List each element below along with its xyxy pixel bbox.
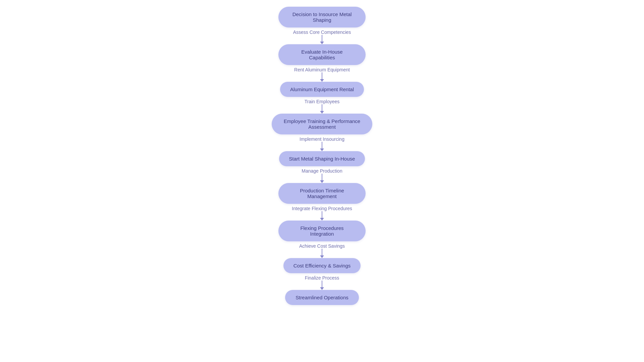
connector-label-1: Assess Core Competencies bbox=[293, 29, 351, 35]
arrow-head-8 bbox=[320, 287, 324, 290]
arrow-line-1 bbox=[322, 35, 322, 42]
arrow-8 bbox=[320, 281, 324, 290]
connector-label-2: Rent Aluminum Equipment bbox=[294, 67, 350, 72]
arrow-2 bbox=[320, 72, 324, 82]
arrow-line-6 bbox=[322, 211, 322, 218]
arrow-7 bbox=[320, 249, 324, 258]
arrow-line-3 bbox=[322, 104, 322, 111]
step-group-4: Employee Training & Performance Assessme… bbox=[272, 114, 372, 151]
step-group-3: Aluminum Equipment Rental Train Employee… bbox=[280, 82, 364, 114]
diagram-container: Decision to Insource Metal Shaping Asses… bbox=[0, 0, 644, 318]
node-employee-training[interactable]: Employee Training & Performance Assessme… bbox=[272, 114, 372, 134]
arrow-6 bbox=[320, 211, 324, 221]
arrow-4 bbox=[320, 142, 324, 151]
connector-label-3: Train Employees bbox=[305, 99, 340, 104]
connector-label-5: Manage Production bbox=[302, 168, 342, 174]
arrow-line-2 bbox=[322, 72, 322, 79]
arrow-head-4 bbox=[320, 148, 324, 151]
arrow-head-2 bbox=[320, 79, 324, 82]
node-streamlined-operations[interactable]: Streamlined Operations bbox=[285, 290, 359, 305]
node-start-metal-shaping[interactable]: Start Metal Shaping In-House bbox=[279, 151, 365, 166]
connector-label-7: Achieve Cost Savings bbox=[299, 243, 345, 249]
step-group-7: Flexing Procedures Integration Achieve C… bbox=[278, 221, 366, 258]
arrow-head-1 bbox=[320, 42, 324, 44]
node-flexing-procedures[interactable]: Flexing Procedures Integration bbox=[278, 221, 366, 241]
node-production-timeline[interactable]: Production Timeline Management bbox=[278, 183, 366, 204]
arrow-head-5 bbox=[320, 180, 324, 183]
step-group-9: Streamlined Operations bbox=[285, 290, 359, 305]
arrow-1 bbox=[320, 35, 324, 44]
arrow-line-5 bbox=[322, 174, 322, 180]
step-group-5: Start Metal Shaping In-House Manage Prod… bbox=[279, 151, 365, 183]
node-cost-efficiency[interactable]: Cost Efficiency & Savings bbox=[283, 258, 361, 273]
step-group-8: Cost Efficiency & Savings Finalize Proce… bbox=[283, 258, 361, 290]
arrow-line-8 bbox=[322, 281, 322, 287]
node-evaluate-inhouse[interactable]: Evaluate In-House Capabilities bbox=[278, 44, 366, 65]
step-group-2: Evaluate In-House Capabilities Rent Alum… bbox=[278, 44, 366, 82]
arrow-head-7 bbox=[320, 255, 324, 258]
connector-label-4: Implement Insourcing bbox=[300, 136, 344, 142]
arrow-5 bbox=[320, 174, 324, 183]
arrow-line-7 bbox=[322, 249, 322, 255]
connector-label-6: Integrate Flexing Procedures bbox=[292, 206, 352, 211]
node-decision-to-insource[interactable]: Decision to Insource Metal Shaping bbox=[278, 7, 366, 27]
arrow-3 bbox=[320, 104, 324, 114]
step-group-6: Production Timeline Management Integrate… bbox=[278, 183, 366, 221]
arrow-head-3 bbox=[320, 111, 324, 114]
node-aluminum-equipment-rental[interactable]: Aluminum Equipment Rental bbox=[280, 82, 364, 97]
arrow-head-6 bbox=[320, 218, 324, 221]
connector-label-8: Finalize Process bbox=[305, 275, 339, 281]
step-group-1: Decision to Insource Metal Shaping Asses… bbox=[278, 7, 366, 44]
arrow-line-4 bbox=[322, 142, 322, 148]
